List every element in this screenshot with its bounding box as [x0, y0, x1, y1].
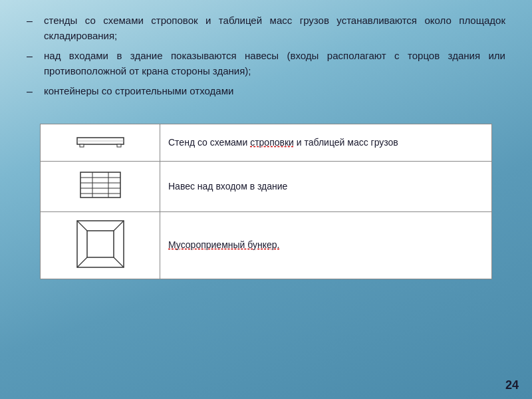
bullet-text-3: контейнеры со строительными отходами: [44, 84, 505, 99]
svg-rect-2: [117, 144, 121, 147]
page-number: 24: [505, 378, 519, 392]
table-row-1: Стенд со схемами строповки и таблицей ма…: [41, 124, 492, 162]
label-cell-bunker: Мусороприемный бункер.: [160, 212, 492, 279]
bunker-svg-icon: [74, 217, 127, 271]
svg-rect-1: [80, 144, 84, 147]
svg-rect-12: [87, 231, 114, 257]
bullet-dash-1: –: [27, 13, 40, 29]
bullet-dash-2: –: [27, 49, 40, 65]
bullet-text-1: стенды со схемами строповок и таблицей м…: [44, 13, 505, 43]
bullet-text-2: над входами в здание показываются навесы…: [44, 49, 505, 78]
bullet-dash-3: –: [27, 84, 40, 100]
stand-svg-icon: [70, 130, 130, 153]
underline-bunker: Мусороприемный бункер.: [168, 239, 279, 250]
canopy-svg-icon: [74, 167, 127, 203]
table-row-3: Мусороприемный бункер.: [41, 212, 492, 279]
bullet-item-1: – стенды со схемами строповок и таблицей…: [27, 13, 505, 43]
slide-container: – стенды со схемами строповок и таблицей…: [0, 0, 532, 399]
legend-table: Стенд со схемами строповки и таблицей ма…: [40, 124, 492, 279]
icon-cell-bunker: [41, 212, 160, 279]
table-section: Стенд со схемами строповки и таблицей ма…: [27, 124, 505, 372]
bullet-item-2: – над входами в здание показываются наве…: [27, 49, 505, 78]
text-section: – стенды со схемами строповок и таблицей…: [27, 13, 505, 105]
icon-cell-stand: [41, 124, 160, 162]
label-cell-stand: Стенд со схемами строповки и таблицей ма…: [160, 124, 492, 162]
table-row-2: Навес над входом в здание: [41, 162, 492, 212]
icon-cell-canopy: [41, 162, 160, 212]
bullet-item-3: – контейнеры со строительными отходами: [27, 84, 505, 100]
underline-stropovki: строповки: [250, 137, 294, 148]
label-cell-canopy: Навес над входом в здание: [160, 162, 492, 212]
